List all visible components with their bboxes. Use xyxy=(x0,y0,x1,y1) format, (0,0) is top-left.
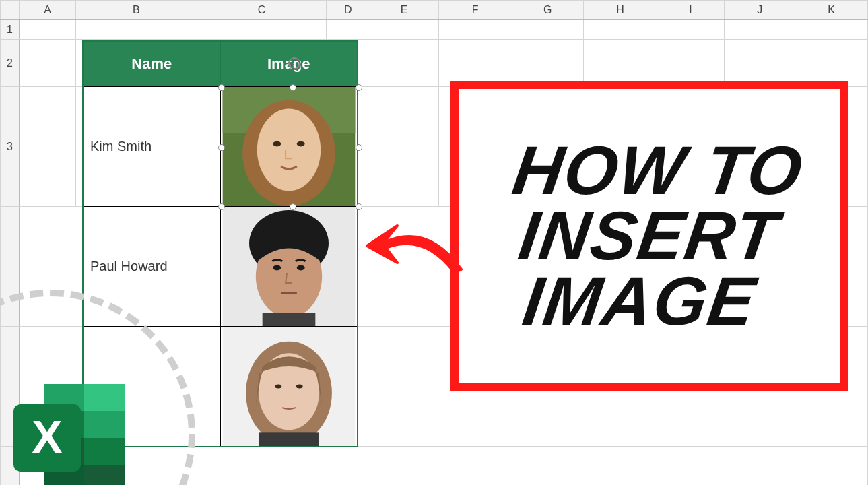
cell[interactable] xyxy=(512,20,583,40)
cell[interactable] xyxy=(795,20,868,40)
row-header-1[interactable]: 1 xyxy=(1,20,20,40)
arrow-icon xyxy=(360,195,468,290)
cell[interactable] xyxy=(370,87,438,207)
cell[interactable] xyxy=(724,40,795,87)
svg-point-3 xyxy=(257,108,321,191)
cell[interactable] xyxy=(20,20,76,40)
callout-line-3: IMAGE xyxy=(491,268,789,333)
resize-handle[interactable] xyxy=(356,203,362,210)
resize-handle[interactable] xyxy=(290,203,296,210)
person-photo-1[interactable] xyxy=(221,87,357,206)
name-cell[interactable]: Kim Smith xyxy=(84,87,220,206)
excel-logo-letter: X xyxy=(32,411,62,462)
cell[interactable] xyxy=(657,40,725,87)
resize-handle[interactable] xyxy=(218,144,225,151)
excel-logo-icon: X xyxy=(7,377,135,485)
col-header-d[interactable]: D xyxy=(327,1,370,20)
resize-handle[interactable] xyxy=(290,84,296,91)
cell[interactable] xyxy=(583,20,657,40)
col-header-k[interactable]: K xyxy=(795,1,868,20)
table-row: Paul Howard xyxy=(84,206,357,326)
row-header-2[interactable]: 2 xyxy=(1,40,20,87)
header-name: Name xyxy=(84,42,220,86)
cell[interactable] xyxy=(20,40,76,87)
cell[interactable] xyxy=(20,87,76,207)
image-cell[interactable] xyxy=(220,327,357,446)
rotation-handle-icon[interactable] xyxy=(288,57,300,69)
cell[interactable] xyxy=(370,20,438,40)
callout-line-1: HOW TO xyxy=(509,138,807,203)
callout-title: HOW TO INSERT IMAGE xyxy=(491,138,807,334)
svg-rect-11 xyxy=(263,313,316,326)
cell[interactable] xyxy=(724,20,795,40)
col-header-a[interactable]: A xyxy=(20,1,76,20)
callout-line-2: INSERT xyxy=(500,203,798,269)
person-photo-2[interactable] xyxy=(221,207,357,326)
cell[interactable] xyxy=(197,20,326,40)
svg-point-10 xyxy=(297,265,305,271)
table-header-row: Name Image xyxy=(84,42,357,86)
cell[interactable] xyxy=(370,40,438,87)
svg-rect-20 xyxy=(84,384,125,411)
cell[interactable] xyxy=(438,20,512,40)
col-header-f[interactable]: F xyxy=(438,1,512,20)
cell[interactable] xyxy=(438,40,512,87)
image-cell[interactable] xyxy=(220,87,357,206)
svg-point-5 xyxy=(297,141,305,147)
svg-rect-26 xyxy=(84,465,125,485)
col-header-b[interactable]: B xyxy=(76,1,197,20)
cell[interactable] xyxy=(76,20,197,40)
resize-handle[interactable] xyxy=(356,84,362,91)
svg-rect-24 xyxy=(84,438,125,465)
select-all-corner[interactable] xyxy=(1,1,20,20)
row-header-3[interactable]: 3 xyxy=(1,87,20,207)
svg-rect-17 xyxy=(259,432,319,446)
col-header-j[interactable]: J xyxy=(724,1,795,20)
svg-point-15 xyxy=(275,385,281,389)
cell[interactable] xyxy=(327,20,370,40)
col-header-c[interactable]: C xyxy=(197,1,326,20)
callout-box: HOW TO INSERT IMAGE xyxy=(450,81,848,391)
person-photo-3[interactable] xyxy=(221,327,357,446)
col-header-h[interactable]: H xyxy=(583,1,657,20)
cell[interactable] xyxy=(657,20,725,40)
col-header-e[interactable]: E xyxy=(370,1,438,20)
svg-point-4 xyxy=(273,141,281,147)
cell[interactable] xyxy=(512,40,583,87)
svg-point-9 xyxy=(273,265,281,271)
cell[interactable] xyxy=(795,40,868,87)
cell[interactable] xyxy=(583,40,657,87)
image-cell[interactable] xyxy=(220,207,357,326)
resize-handle[interactable] xyxy=(218,203,225,210)
svg-point-16 xyxy=(296,385,303,389)
svg-rect-22 xyxy=(84,411,125,438)
col-header-g[interactable]: G xyxy=(512,1,583,20)
resize-handle[interactable] xyxy=(356,144,362,151)
resize-handle[interactable] xyxy=(218,84,225,91)
col-header-i[interactable]: I xyxy=(657,1,725,20)
